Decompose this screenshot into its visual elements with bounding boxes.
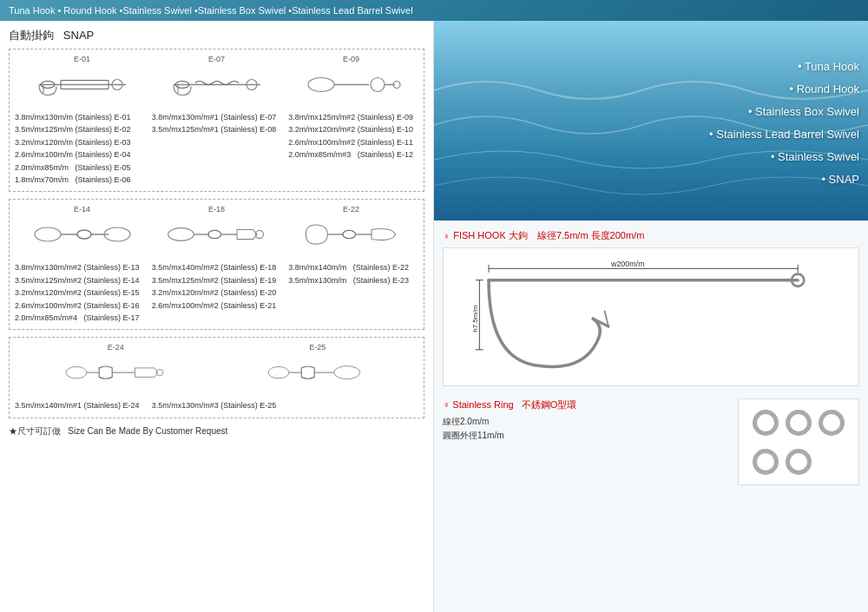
spec-col-1b: 3.8m/mx130m/m#1 (Stainless) E-07 3.5m/mx… (152, 111, 282, 186)
svg-point-26 (66, 367, 87, 379)
ring-circle-5 (786, 449, 812, 475)
snap-img-e01: E-01 (30, 55, 135, 104)
spec-col-2b: 3.5m/mx140m/m#2 (Stainless) E-18 3.5m/mx… (152, 261, 282, 324)
ring-title-cn: 不銹鋼O型環 (522, 399, 577, 410)
ring-spec-1: 線徑2.0m/m (443, 415, 729, 429)
svg-point-33 (334, 366, 360, 379)
ring-circle-3 (819, 410, 845, 436)
product-list-item-3: • Stainless Box Swivel (709, 101, 859, 123)
snap-img-e14: E-14 (30, 205, 135, 254)
section-title-en: SNAP (63, 29, 94, 42)
snap-img-e18: E-18 (165, 205, 269, 254)
snap-svg-e22 (299, 215, 404, 254)
stainless-ring-section: ♀ Stainless Ring 不銹鋼O型環 線徑2.0m/m 圓圈外徑11m… (443, 398, 859, 485)
svg-point-20 (207, 231, 220, 239)
banner-text: Tuna Hook • Round Hook •Stainless Swivel… (9, 5, 413, 16)
ring-title-en: Stainless Ring (452, 399, 513, 410)
top-banner: Tuna Hook • Round Hook •Stainless Swivel… (0, 0, 868, 21)
spec-cols-1: 3.8m/mx130m/m (Stainless) E-01 3.5m/mx12… (15, 111, 418, 186)
svg-point-13 (35, 227, 61, 241)
product-list-item-6: • SNAP (709, 168, 859, 191)
spec-col-3c (288, 399, 418, 411)
ring-circle-1 (753, 410, 779, 436)
right-panel: • Tuna Hook • Round Hook • Stainless Box… (434, 21, 868, 612)
snap-section-3: E-24 E-25 (9, 337, 424, 418)
snap-svg-e07 (165, 65, 269, 104)
product-list-overlay: • Tuna Hook • Round Hook • Stainless Box… (709, 56, 859, 191)
custom-note-en: Size Can Be Made By Customer Request (68, 426, 227, 436)
right-bottom: ♀ FISH HOOK 大鉤 線徑7.5m/m 長度200m/m w200m/m (434, 220, 868, 612)
spec-col-1c: 3.8m/mx125m/m#2 (Stainless) E-09 3.2m/mx… (288, 111, 418, 186)
snap-section-2: E-14 E-18 (9, 199, 424, 330)
snap-img-e09: E-09 (299, 55, 404, 104)
ring-info: ♀ Stainless Ring 不銹鋼O型環 線徑2.0m/m 圓圈外徑11m… (443, 398, 729, 485)
ring-circle-2 (786, 410, 812, 436)
custom-note-cn: ★尺寸可訂做 (9, 426, 61, 436)
fish-hook-title-text: FISH HOOK 大鉤 (453, 229, 528, 242)
right-top-ocean: • Tuna Hook • Round Hook • Stainless Box… (434, 21, 868, 220)
snap-img-e07: E-07 (165, 55, 269, 104)
fish-hook-title: ♀ FISH HOOK 大鉤 線徑7.5m/m 長度200m/m (443, 229, 859, 242)
main-content: 自動掛鉤 SNAP E-01 (0, 21, 868, 612)
product-list-item-5: • Stainless Swivel (709, 146, 859, 168)
snap-img-e25: E-25 (266, 343, 370, 392)
spec-col-3a: 3.5m/mx140m/m#1 (Stainless) E-24 (15, 399, 145, 411)
custom-note: ★尺寸可訂做 Size Can Be Made By Customer Requ… (9, 425, 424, 438)
snap-svg-e14 (30, 215, 135, 254)
snap-images-1: E-01 E-07 (15, 55, 418, 104)
snap-img-e24: E-24 (63, 343, 168, 392)
svg-point-18 (168, 228, 194, 241)
spec-col-1a: 3.8m/mx130m/m (Stainless) E-01 3.5m/mx12… (15, 111, 145, 186)
ring-image (738, 398, 859, 485)
ring-spec-2: 圓圈外徑11m/m (443, 429, 729, 443)
fish-hook-section: ♀ FISH HOOK 大鉤 線徑7.5m/m 長度200m/m w200m/m (443, 229, 859, 386)
snap-section-1: E-01 E-07 (9, 49, 424, 192)
spec-col-3b: 3.5m/mx130m/m#3 (Stainless) E-25 (152, 399, 282, 411)
spec-cols-3: 3.5m/mx140m/m#1 (Stainless) E-24 3.5m/mx… (15, 399, 418, 411)
product-list-item-4: • Stainless Lead Barrel Swivel (709, 123, 859, 146)
snap-svg-e01 (30, 65, 135, 104)
snap-svg-e24 (63, 353, 168, 392)
ring-spacer (819, 449, 845, 475)
svg-point-15 (77, 230, 91, 239)
section-title: 自動掛鉤 SNAP (9, 28, 424, 43)
svg-point-24 (342, 231, 355, 239)
left-panel: 自動掛鉤 SNAP E-01 (0, 21, 434, 612)
svg-point-10 (371, 78, 385, 92)
snap-images-3: E-24 E-25 (15, 343, 418, 392)
spec-col-2c: 3.8m/mx140m/m (Stainless) E-22 3.5m/mx13… (288, 261, 418, 324)
section-title-cn: 自動掛鉤 (9, 29, 54, 42)
product-list-item-1: • Tuna Hook (709, 56, 859, 78)
fish-hook-svg: w200m/m h7.5m/m (452, 257, 850, 377)
snap-img-e22: E-22 (299, 205, 404, 254)
fish-hook-spec-text: 線徑7.5m/m 長度200m/m (537, 229, 644, 242)
snap-svg-e18 (165, 215, 269, 254)
ring-title: ♀ Stainless Ring 不銹鋼O型環 (443, 398, 729, 411)
svg-point-8 (308, 78, 334, 92)
spec-cols-2: 3.8m/mx130m/m#2 (Stainless) E-13 3.5m/mx… (15, 261, 418, 324)
product-list-item-2: • Round Hook (709, 78, 859, 101)
ring-circle-4 (753, 449, 779, 475)
hook-diagram: w200m/m h7.5m/m (443, 247, 859, 386)
snap-images-2: E-14 E-18 (15, 205, 418, 254)
svg-text:h7.5m/m: h7.5m/m (471, 305, 479, 332)
snap-svg-e25 (266, 353, 370, 392)
svg-point-30 (268, 367, 289, 379)
snap-svg-e09 (299, 65, 404, 104)
svg-text:w200m/m: w200m/m (610, 260, 645, 268)
spec-col-2a: 3.8m/mx130m/m#2 (Stainless) E-13 3.5m/mx… (15, 261, 145, 324)
